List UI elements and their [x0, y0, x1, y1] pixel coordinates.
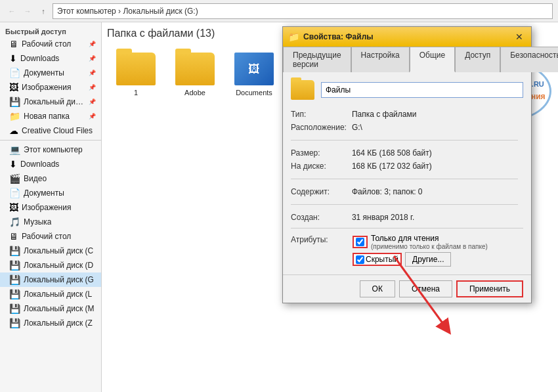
explorer-window: ← → ↑ Этот компьютер › Локальный диск (G…	[0, 0, 558, 392]
dialog-tab-access[interactable]: Доступ	[455, 47, 500, 72]
attributes-label: Атрибуты:	[291, 234, 350, 244]
readonly-note: (применимо только к файлам в папке)	[371, 243, 488, 250]
hidden-row: Скрытый Другие...	[353, 252, 488, 267]
folder-name-row	[291, 80, 523, 100]
dialog-tab-prev[interactable]: Предыдущие версии	[283, 47, 351, 72]
prop-value: 168 КБ (172 032 байт)	[352, 160, 523, 173]
prop-row: Расположение: G:\	[291, 121, 523, 134]
dialog-tab-general[interactable]: Общие	[410, 47, 455, 72]
hidden-label: Скрытый	[364, 255, 398, 264]
prop-value: Файлов: 3; папок: 0	[352, 185, 523, 198]
properties-table: Тип: Папка с файламиРасположение: G:\Раз…	[291, 108, 523, 224]
prop-key: Тип:	[291, 108, 352, 121]
properties-dialog: 📁 Свойства: Файлы ✕ Предыдущие версииНас…	[282, 26, 532, 303]
readonly-row: Только для чтения (применимо только к фа…	[353, 234, 488, 250]
prop-row: Тип: Папка с файлами	[291, 108, 523, 121]
dialog-tab-settings[interactable]: Настройка	[351, 47, 410, 72]
prop-value: 31 января 2018 г.	[352, 211, 523, 224]
dialog-footer: ОК Отмена Применить	[283, 274, 531, 303]
dialog-folder-icon	[291, 80, 314, 100]
folder-name-input[interactable]	[321, 82, 523, 98]
readonly-checkbox-wrapper	[353, 236, 368, 248]
prop-key: На диске:	[291, 160, 352, 173]
prop-row: Размер: 164 КБ (168 508 байт)	[291, 146, 523, 160]
other-button[interactable]: Другие...	[405, 252, 451, 267]
dialog-title-text: Свойства: Файлы	[303, 32, 509, 41]
dialog-titlebar: 📁 Свойства: Файлы ✕	[283, 27, 531, 47]
prop-row: Создан: 31 января 2018 г.	[291, 211, 523, 224]
prop-value: 164 КБ (168 508 байт)	[352, 146, 523, 160]
cancel-button[interactable]: Отмена	[399, 280, 452, 297]
prop-row: На диске: 168 КБ (172 032 байт)	[291, 160, 523, 173]
dialog-title-icon: 📁	[288, 32, 299, 42]
prop-key: Содержит:	[291, 185, 352, 198]
readonly-label: Только для чтения	[371, 234, 488, 243]
prop-row: Содержит: Файлов: 3; папок: 0	[291, 185, 523, 198]
hidden-checkbox-wrapper: Скрытый	[353, 253, 402, 266]
dialog-overlay: 📁 Свойства: Файлы ✕ Предыдущие версииНас…	[0, 0, 558, 392]
attributes-row: Атрибуты: Только для чтения (применимо т…	[291, 234, 523, 267]
hidden-checkbox[interactable]	[356, 255, 364, 264]
prop-value: Папка с файлами	[352, 108, 523, 121]
prop-key: Создан:	[291, 211, 352, 224]
dialog-tabs: Предыдущие версииНастройкаОбщиеДоступБез…	[283, 47, 531, 72]
prop-key: Расположение:	[291, 121, 352, 134]
dialog-body: Тип: Папка с файламиРасположение: G:\Раз…	[283, 72, 531, 274]
dialog-tab-security[interactable]: Безопасность	[500, 47, 558, 72]
apply-button[interactable]: Применить	[456, 280, 523, 297]
readonly-checkbox[interactable]	[356, 238, 364, 246]
attributes-controls: Только для чтения (применимо только к фа…	[353, 234, 488, 267]
dialog-close-button[interactable]: ✕	[513, 30, 526, 43]
ok-button[interactable]: ОК	[360, 280, 395, 297]
prop-value: G:\	[352, 121, 523, 134]
prop-key: Размер:	[291, 146, 352, 160]
readonly-lines: Только для чтения (применимо только к фа…	[371, 234, 488, 250]
